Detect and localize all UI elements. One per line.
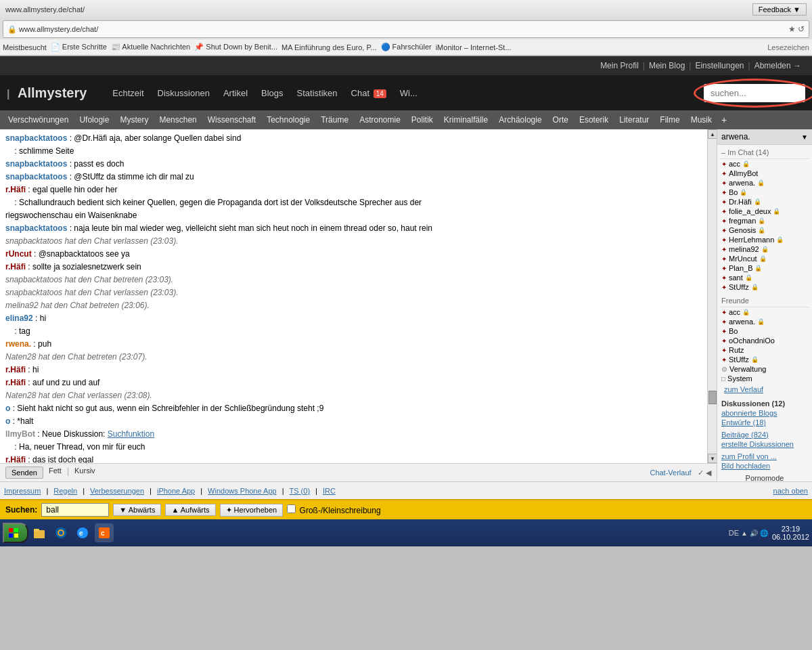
sidebar-user-sant[interactable]: ✦ sant 🔒 xyxy=(720,273,809,282)
sidebar-user-allmybot[interactable]: ✦ AllmyBot xyxy=(720,169,809,178)
sidebar-user-stuffz[interactable]: ✦ StUffz 🔒 xyxy=(720,282,809,292)
address-bar[interactable]: 🔒 www.allmystery.de/chat/ ★ ↺ xyxy=(3,20,809,38)
cat-verschwoerungen[interactable]: Verschwörungen xyxy=(3,112,74,127)
start-button[interactable] xyxy=(3,523,28,543)
sidebar-user-arwena[interactable]: ✦ arwena. 🔒 xyxy=(720,178,809,188)
fett-button[interactable]: Fett xyxy=(49,467,62,479)
kursiv-button[interactable]: Kursiv xyxy=(74,467,95,479)
cat-archaeologie[interactable]: Archäologie xyxy=(493,112,547,127)
sidebar-user-mruncut[interactable]: ✦ MrUncut 🔒 xyxy=(720,254,809,263)
sidebar-user-fregman[interactable]: ✦ fregman 🔒 xyxy=(720,216,809,225)
bild-hochladen-link[interactable]: Bild hochladen xyxy=(720,461,809,471)
friend-stuffz[interactable]: ✦ StUffz 🔒 xyxy=(720,355,809,364)
cat-traeume[interactable]: Träume xyxy=(315,112,354,127)
gross-klein-checkbox[interactable] xyxy=(287,504,296,513)
cat-politik[interactable]: Politik xyxy=(406,112,438,127)
friend-arwena[interactable]: ✦ arwena. 🔒 xyxy=(720,317,809,326)
hervorheben-btn[interactable]: ✦ Hervorheben xyxy=(220,504,284,517)
sidebar-user-planb[interactable]: ✦ Plan_B 🔒 xyxy=(720,263,809,273)
nav-wiki[interactable]: Wi... xyxy=(394,85,423,101)
cat-ufologie[interactable]: Ufologie xyxy=(74,112,114,127)
content-area: snapbacktatoos : @Dr.Häfi aja, aber sola… xyxy=(0,129,812,481)
verlauf-link[interactable]: zum Verlauf xyxy=(723,385,807,394)
cat-mystery[interactable]: Mystery xyxy=(114,112,154,127)
top-nav-mein-blog[interactable]: Mein Blog xyxy=(649,61,685,70)
chat-verlauf-link[interactable]: Chat-Verlauf xyxy=(650,469,691,477)
bookmark-fahrschueler[interactable]: 🔵 Fahrschüler xyxy=(381,43,432,51)
impressum-link[interactable]: Impressum xyxy=(4,487,41,495)
erstellte-disk-link[interactable]: erstellte Diskussionen xyxy=(720,439,809,449)
friend-acc[interactable]: ✦ acc 🔒 xyxy=(720,307,809,317)
sidebar-dropdown-btn[interactable]: ▼ xyxy=(801,133,808,141)
lock-icon-fregman: 🔒 xyxy=(758,217,765,224)
suchfunktion-link[interactable]: Suchfunktion xyxy=(108,429,154,439)
bookmark-einfuehrung[interactable]: MA Einführung des Euro, P... xyxy=(281,43,376,51)
bookmark-shut[interactable]: 📌 Shut Down by Benit... xyxy=(194,43,277,51)
sidebar-user-herrlehmann[interactable]: ✦ HerrLehmann 🔒 xyxy=(720,235,809,244)
find-input[interactable] xyxy=(41,503,109,517)
nach-oben-link[interactable]: nach oben xyxy=(773,487,808,495)
entwuerfe-link[interactable]: Entwürfe (18) xyxy=(720,418,809,427)
chat-scrollbar[interactable]: ▲ ▼ xyxy=(707,129,717,463)
taskbar-browser-icon[interactable] xyxy=(51,523,70,542)
aufwaerts-btn[interactable]: ▲ Aufwärts xyxy=(165,504,215,516)
taskbar-ie-icon[interactable]: e xyxy=(73,523,92,542)
sidebar-user-genosis[interactable]: ✦ Genosis 🔒 xyxy=(720,225,809,235)
bookmark-meistbesucht[interactable]: Meistbesucht xyxy=(3,43,47,51)
nav-diskussionen[interactable]: Diskussionen xyxy=(152,85,215,101)
send-button[interactable]: Senden xyxy=(5,467,43,479)
nav-echtzeit[interactable]: Echtzeit xyxy=(107,85,149,101)
top-nav-einstellungen[interactable]: Einstellungen xyxy=(695,61,744,70)
cat-literatur[interactable]: Literatur xyxy=(614,112,654,127)
profil-link[interactable]: zum Profil von ... xyxy=(720,452,809,461)
ts-link[interactable]: TS (0) xyxy=(289,487,310,495)
cat-wissenschaft[interactable]: Wissenschaft xyxy=(202,112,261,127)
cat-technologie[interactable]: Technologie xyxy=(261,112,315,127)
sidebar-user-melina[interactable]: ✦ melina92 🔒 xyxy=(720,244,809,254)
friend-system[interactable]: □ System xyxy=(720,374,809,383)
diskussionen-label[interactable]: Diskussionen (12) xyxy=(720,399,809,408)
sidebar-user-drhaafi[interactable]: ✦ Dr.Häfi 🔒 xyxy=(720,197,809,207)
friend-bo[interactable]: ✦ Bo xyxy=(720,326,809,336)
verbesserungen-link[interactable]: Verbesserungen xyxy=(90,487,144,495)
cat-more-btn[interactable]: + xyxy=(717,112,731,128)
bookmark-erste[interactable]: 📄 Erste Schritte xyxy=(51,43,107,51)
feedback-button[interactable]: Feedback ▼ xyxy=(752,3,807,16)
friend-oochandnioo[interactable]: ✦ oOchandniOo xyxy=(720,336,809,345)
cat-astronomie[interactable]: Astronomie xyxy=(354,112,406,127)
scroll-up-arrow[interactable]: ▲ xyxy=(708,129,717,139)
regeln-link[interactable]: Regeln xyxy=(53,487,77,495)
bookmark-imonitor[interactable]: iMonitor – Internet-St... xyxy=(436,43,512,51)
scroll-thumb[interactable] xyxy=(708,391,717,404)
cat-kriminalfaelle[interactable]: Kriminalfälle xyxy=(438,112,493,127)
cat-orte[interactable]: Orte xyxy=(547,112,574,127)
cat-esoterik[interactable]: Esoterik xyxy=(574,112,614,127)
cat-filme[interactable]: Filme xyxy=(654,112,685,127)
windows-phone-link[interactable]: Windows Phone App xyxy=(208,487,277,495)
nav-chat[interactable]: Chat 14 xyxy=(346,85,392,101)
taskbar-files-icon[interactable] xyxy=(30,523,49,542)
abonnierte-blogs-link[interactable]: abonnierte Blogs xyxy=(720,408,809,418)
chat-options[interactable]: ✓ ◀ xyxy=(698,469,711,477)
top-nav-abmelden[interactable]: Abmelden → xyxy=(754,61,801,70)
nav-blogs[interactable]: Blogs xyxy=(256,85,289,101)
cat-menschen[interactable]: Menschen xyxy=(154,112,202,127)
beitraege-link[interactable]: Beiträge (824) xyxy=(720,430,809,439)
sidebar-user-folie[interactable]: ✦ folie_a_deux 🔒 xyxy=(720,207,809,216)
chat-msg-20: r.Häfi : das ist doch egal xyxy=(5,454,702,463)
search-input[interactable] xyxy=(704,84,805,102)
sidebar-user-acc[interactable]: ✦ acc 🔒 xyxy=(720,159,809,169)
nav-artikel[interactable]: Artikel xyxy=(218,85,253,101)
abwaerts-btn[interactable]: ▼ Abwärts xyxy=(113,504,161,516)
friend-rutz[interactable]: ✦ Rutz xyxy=(720,345,809,355)
top-nav-mein-profil[interactable]: Mein Profil xyxy=(600,61,639,70)
bookmark-nachrichten[interactable]: 📰 Aktuelle Nachrichten xyxy=(111,43,190,51)
scroll-down-arrow[interactable]: ▼ xyxy=(708,454,717,463)
cat-musik[interactable]: Musik xyxy=(685,112,717,127)
friend-verwaltung[interactable]: ⚙ Verwaltung xyxy=(720,364,809,374)
iphone-link[interactable]: iPhone App xyxy=(157,487,195,495)
irc-link[interactable]: IRC xyxy=(323,487,336,495)
taskbar-chat-icon[interactable]: c xyxy=(95,523,114,542)
sidebar-user-bo[interactable]: ✦ Bo 🔒 xyxy=(720,188,809,197)
nav-statistiken[interactable]: Statistiken xyxy=(292,85,343,101)
